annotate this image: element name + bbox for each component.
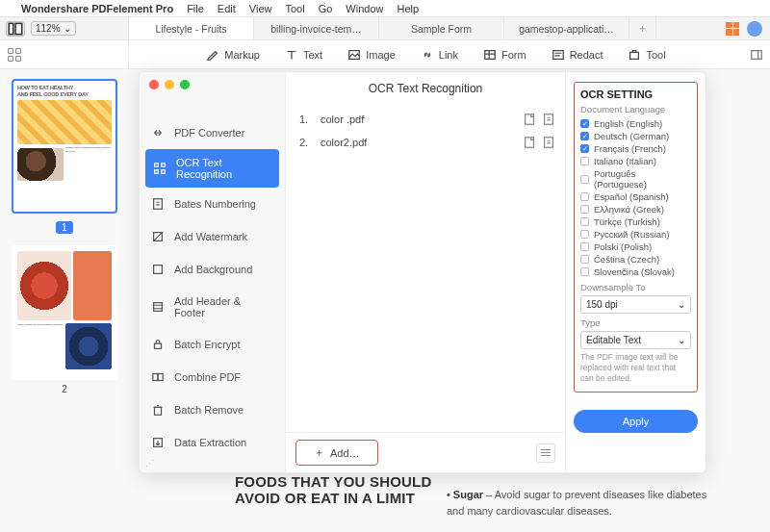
menu-view[interactable]: View xyxy=(249,3,272,14)
svg-rect-16 xyxy=(153,374,158,381)
home-grid-icon[interactable] xyxy=(8,48,21,62)
sidebar-item-ocr[interactable]: OCR Text Recognition xyxy=(145,149,279,188)
thumbnail-page-2[interactable]: ▬▬ ▬▬▬ ▬ ▬▬ ▬▬▬ ▬▬ ▬ xyxy=(12,245,117,380)
checkbox[interactable] xyxy=(580,205,589,214)
file-options-icon[interactable] xyxy=(542,113,555,126)
tool-markup[interactable]: Markup xyxy=(206,48,260,62)
tool-redact[interactable]: Redact xyxy=(552,48,603,62)
sidebar-item-combine[interactable]: Combine PDF xyxy=(140,361,285,393)
tab-billing[interactable]: billing-invoice-tem… xyxy=(254,17,379,39)
language-option[interactable]: Русский (Russian) xyxy=(580,228,689,241)
language-label: English (English) xyxy=(594,118,662,129)
type-select[interactable]: Editable Text ⌄ xyxy=(580,331,691,349)
page-range-icon[interactable] xyxy=(523,113,536,126)
menu-file[interactable]: File xyxy=(187,3,204,14)
checkbox[interactable] xyxy=(580,144,589,153)
language-option[interactable]: Español (Spanish) xyxy=(580,190,689,203)
sidebar-item-watermark[interactable]: Add Watermark xyxy=(140,220,285,253)
menu-window[interactable]: Window xyxy=(346,3,383,14)
language-option[interactable]: Italiano (Italian) xyxy=(580,155,689,167)
zoom-value: 112% xyxy=(36,23,61,34)
chevron-down-icon: ⌄ xyxy=(64,23,71,34)
checkbox[interactable] xyxy=(580,230,589,239)
add-tab-button[interactable]: ＋ xyxy=(629,17,656,39)
file-row[interactable]: 2. color2.pdf xyxy=(299,131,555,154)
checkbox[interactable] xyxy=(580,242,589,251)
add-file-button[interactable]: ＋ Add… xyxy=(295,440,378,466)
svg-rect-13 xyxy=(154,266,163,274)
checkbox[interactable] xyxy=(580,119,589,128)
checkbox[interactable] xyxy=(580,192,589,201)
app-switcher-icon[interactable] xyxy=(726,22,739,36)
language-label: Deutsch (German) xyxy=(594,131,669,141)
svg-rect-3 xyxy=(485,50,496,59)
apply-button[interactable]: Apply xyxy=(574,410,698,433)
sidebar-item-encrypt[interactable]: Batch Encrypt xyxy=(140,328,285,361)
tab-sample-form[interactable]: Sample Form xyxy=(379,17,504,39)
language-option[interactable]: Polski (Polish) xyxy=(580,241,689,253)
list-view-toggle[interactable] xyxy=(536,443,555,463)
tab-gamestop[interactable]: gamestop-applicati… xyxy=(504,17,629,39)
language-option[interactable]: English (English) xyxy=(580,117,689,130)
svg-rect-20 xyxy=(526,114,534,125)
sidebar-item-header-footer[interactable]: Add Header & Footer xyxy=(140,286,285,328)
tool-tool[interactable]: Tool xyxy=(628,48,665,62)
zoom-select[interactable]: 112% ⌄ xyxy=(31,21,76,36)
svg-rect-14 xyxy=(154,303,163,312)
tool-redact-label: Redact xyxy=(570,49,603,61)
tool-image[interactable]: Image xyxy=(347,48,396,62)
language-option[interactable]: Slovenčina (Slovak) xyxy=(580,266,689,278)
language-option[interactable]: Deutsch (German) xyxy=(580,130,689,142)
ocr-settings-panel: OCR SETTING Document Language English (E… xyxy=(565,72,706,472)
file-options-icon[interactable] xyxy=(542,136,555,149)
sidebar-item-bates[interactable]: Bates Numbering xyxy=(140,188,285,220)
language-option[interactable]: Türkçe (Turkish) xyxy=(580,215,689,228)
checkbox[interactable] xyxy=(580,255,589,264)
menu-edit[interactable]: Edit xyxy=(218,3,236,14)
doc-bullet-text: – Avoid sugar to prevent diseases like d… xyxy=(447,489,706,517)
tool-link[interactable]: Link xyxy=(421,48,458,62)
thumbnail-page-1[interactable]: HOW TO EAT HEALTHY AND FEEL GOOD EVERY D… xyxy=(12,79,117,214)
resize-handle-icon[interactable]: ⋰ xyxy=(145,459,154,469)
language-option[interactable]: Français (French) xyxy=(580,142,689,155)
sidebar-item-pdf-converter[interactable]: PDF Converter xyxy=(140,116,285,149)
sidebar-item-data-extraction[interactable]: Data Extraction xyxy=(140,426,285,459)
file-row[interactable]: 1. color .pdf xyxy=(299,108,555,131)
language-option[interactable]: Ελληνικά (Greek) xyxy=(580,203,689,215)
language-option[interactable]: Čeština (Czech) xyxy=(580,253,689,266)
language-option[interactable]: Português (Portuguese) xyxy=(580,167,689,190)
zoom-window-icon[interactable] xyxy=(180,80,190,89)
svg-rect-17 xyxy=(158,374,163,381)
tool-form-label: Form xyxy=(501,49,526,61)
checkbox[interactable] xyxy=(580,267,589,276)
page-range-icon[interactable] xyxy=(523,136,536,149)
svg-rect-5 xyxy=(630,52,639,59)
app-name[interactable]: Wondershare PDFelement Pro xyxy=(21,3,173,14)
menu-help[interactable]: Help xyxy=(397,3,419,14)
tab-lifestyle[interactable]: Lifestyle - Fruits xyxy=(129,17,254,39)
thumbnail-pane-toggle[interactable] xyxy=(6,21,25,37)
sidebar-label: Add Header & Footer xyxy=(174,295,273,318)
tool-text[interactable]: Text xyxy=(285,48,322,62)
close-icon[interactable] xyxy=(149,80,159,89)
checkbox[interactable] xyxy=(580,157,589,165)
language-list[interactable]: English (English)Deutsch (German)Françai… xyxy=(580,117,691,278)
plus-icon: ＋ xyxy=(314,445,324,460)
checkbox[interactable] xyxy=(580,175,589,184)
sidebar-right-toggle[interactable] xyxy=(743,48,770,62)
menu-go[interactable]: Go xyxy=(319,3,333,14)
tool-markup-label: Markup xyxy=(224,49,260,61)
checkbox[interactable] xyxy=(580,132,589,140)
menu-tool[interactable]: Tool xyxy=(285,3,304,14)
tool-form[interactable]: Form xyxy=(483,48,526,62)
minimize-icon[interactable] xyxy=(165,80,174,89)
sidebar-item-batch-remove[interactable]: Batch Remove xyxy=(140,393,285,426)
user-avatar[interactable] xyxy=(747,21,762,37)
thumbnail-page-1-number: 1 xyxy=(56,221,73,234)
downsample-select[interactable]: 150 dpi ⌄ xyxy=(580,295,691,314)
language-label: Português (Portuguese) xyxy=(594,168,689,190)
sidebar-item-background[interactable]: Add Background xyxy=(140,253,285,286)
sidebar-label: OCR Text Recognition xyxy=(176,157,271,180)
svg-rect-7 xyxy=(155,164,159,167)
checkbox[interactable] xyxy=(580,217,589,226)
